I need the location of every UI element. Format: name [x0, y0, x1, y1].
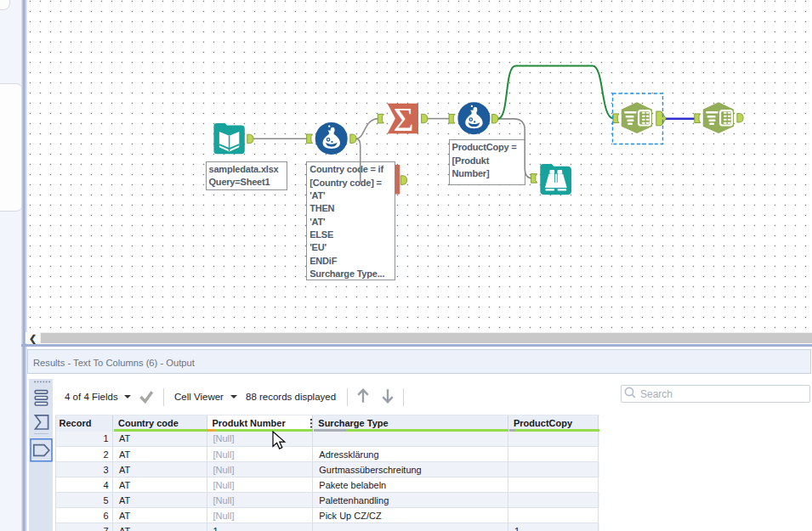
svg-text:Σ: Σ — [394, 99, 414, 138]
